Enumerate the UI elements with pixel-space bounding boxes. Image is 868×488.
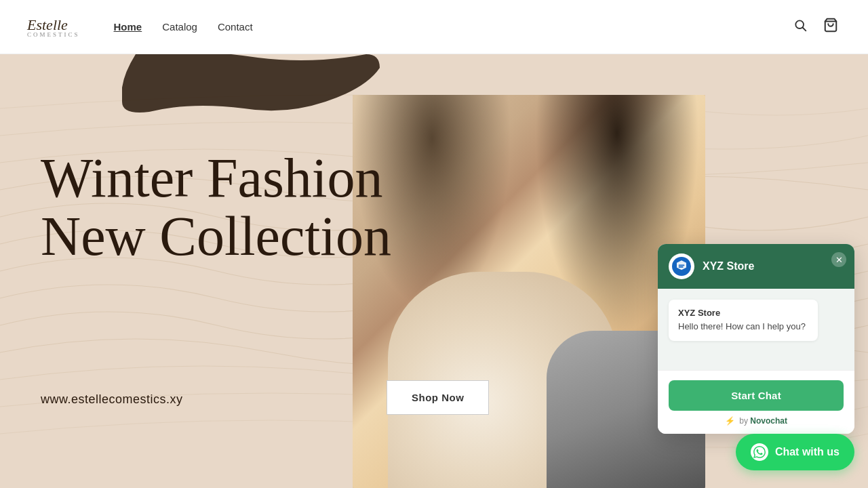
chat-avatar: [669, 253, 694, 279]
chat-footer: Start Chat ⚡ by Novochat: [658, 370, 854, 434]
chat-header: XYZ Store ✕: [658, 244, 854, 289]
logo-sub: COMESTICS: [27, 31, 80, 38]
hero-text-block: Winter Fashion New Collection: [41, 149, 391, 266]
shop-now-button[interactable]: Shop Now: [387, 380, 489, 415]
whatsapp-label: Chat with us: [775, 446, 840, 458]
svg-line-1: [803, 28, 806, 31]
nav-icons: [791, 15, 841, 39]
whatsapp-chat-button[interactable]: Chat with us: [736, 434, 854, 470]
chat-store-name: XYZ Store: [703, 260, 754, 272]
chat-close-button[interactable]: ✕: [831, 252, 846, 267]
nav-contact[interactable]: Contact: [218, 21, 253, 33]
chat-brand-icon: [672, 257, 691, 276]
chat-widget: XYZ Store ✕ XYZ Store Hello there! How c…: [658, 244, 854, 434]
cart-icon: [823, 18, 838, 33]
cart-button[interactable]: [821, 15, 841, 39]
search-button[interactable]: [791, 16, 810, 38]
chat-message-bubble: XYZ Store Hello there! How can I help yo…: [669, 300, 818, 341]
hero-section: Winter Fashion New Collection www.estell…: [0, 54, 868, 488]
nav-catalog[interactable]: Catalog: [162, 21, 197, 33]
lightning-icon: ⚡: [725, 416, 735, 426]
novochat-link[interactable]: Novochat: [750, 416, 787, 426]
whatsapp-svg: [753, 446, 766, 458]
model-image-inner: [353, 95, 705, 488]
logo[interactable]: Estelle COMESTICS: [27, 16, 80, 38]
chat-body: XYZ Store Hello there! How can I help yo…: [658, 289, 854, 370]
start-chat-button[interactable]: Start Chat: [669, 380, 844, 411]
logo-text: Estelle: [27, 16, 68, 33]
chat-powered-by: ⚡ by Novochat: [669, 416, 844, 426]
hero-url: www.estellecomestics.xy: [41, 392, 183, 407]
whatsapp-icon: [751, 443, 768, 461]
nav-links: Home Catalog Contact: [114, 21, 253, 33]
hero-headline-line2: New Collection: [41, 205, 391, 267]
paint-splash: [122, 54, 380, 129]
navbar: Estelle COMESTICS Home Catalog Contact: [0, 0, 868, 54]
hero-headline-line1: Winter Fashion: [41, 147, 383, 209]
chat-message-text: Hello there! How can I help you?: [678, 321, 808, 333]
powered-by-text: by: [739, 416, 750, 426]
hero-headline: Winter Fashion New Collection: [41, 149, 391, 266]
search-icon: [793, 18, 807, 32]
nav-home[interactable]: Home: [114, 21, 142, 33]
model-image: [353, 95, 705, 488]
chat-sender-name: XYZ Store: [678, 308, 808, 318]
